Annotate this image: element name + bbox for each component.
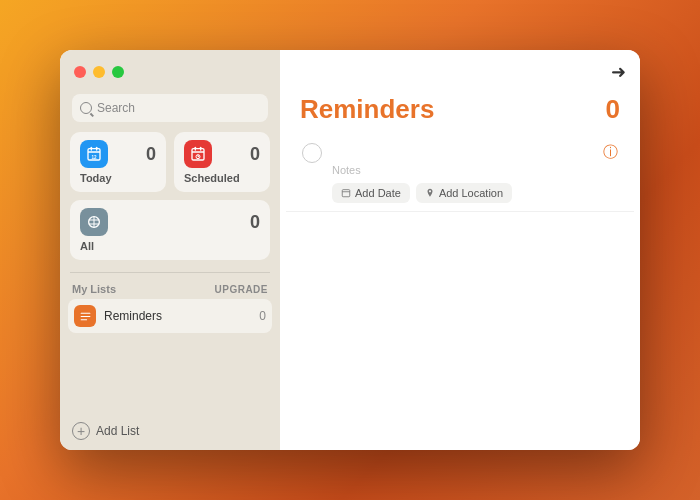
my-lists-header: My Lists UPGRADE — [60, 277, 280, 299]
all-label: All — [80, 238, 260, 252]
search-bar[interactable]: Search — [72, 94, 268, 122]
minimize-button[interactable] — [93, 66, 105, 78]
smart-list-today[interactable]: 12 0 Today — [70, 132, 166, 192]
search-icon — [80, 102, 92, 114]
list-item-reminders[interactable]: Reminders 0 — [68, 299, 272, 333]
add-list-circle-icon: + — [72, 422, 90, 440]
add-list-label: Add List — [96, 424, 139, 438]
cursor-icon: ➜ — [611, 61, 626, 83]
upgrade-label[interactable]: UPGRADE — [214, 284, 268, 295]
reminders-list-name: Reminders — [104, 309, 251, 323]
all-count: 0 — [250, 212, 260, 233]
location-small-icon — [425, 188, 435, 198]
add-date-label: Add Date — [355, 187, 401, 199]
scheduled-label: Scheduled — [184, 170, 260, 184]
today-icon: 12 — [80, 140, 108, 168]
main-header: Reminders 0 — [280, 94, 640, 141]
svg-rect-19 — [342, 190, 350, 197]
scheduled-count: 0 — [250, 144, 260, 165]
reminders-list-count: 0 — [259, 309, 266, 323]
reminders-list-icon — [74, 305, 96, 327]
search-placeholder: Search — [97, 101, 260, 115]
main-count: 0 — [606, 94, 620, 125]
add-location-label: Add Location — [439, 187, 503, 199]
main-titlebar: ➜ — [280, 50, 640, 94]
reminder-notes[interactable]: Notes — [332, 164, 593, 176]
main-title: Reminders — [300, 94, 434, 125]
sidebar-divider — [70, 272, 270, 273]
titlebar — [60, 50, 280, 94]
smart-list-all[interactable]: 0 All — [70, 200, 270, 260]
reminder-input[interactable] — [332, 141, 593, 161]
smart-lists: 12 0 Today — [60, 132, 280, 268]
list-items: Reminders 0 — [60, 299, 280, 412]
smart-list-scheduled[interactable]: 0 Scheduled — [174, 132, 270, 192]
reminder-item: Notes Add Date Add Location — [286, 141, 634, 212]
today-count: 0 — [146, 144, 156, 165]
add-location-button[interactable]: Add Location — [416, 183, 512, 203]
reminder-actions: Add Date Add Location — [332, 183, 593, 203]
scheduled-icon — [184, 140, 212, 168]
app-window: Search 12 0 Today — [60, 50, 640, 450]
all-icon — [80, 208, 108, 236]
sidebar: Search 12 0 Today — [60, 50, 280, 450]
svg-text:12: 12 — [91, 155, 97, 160]
add-list-footer[interactable]: + Add List — [60, 412, 280, 450]
info-icon[interactable]: ⓘ — [603, 143, 618, 162]
reminder-checkbox[interactable] — [302, 143, 322, 163]
main-content: ➜ Reminders 0 Notes Add Date — [280, 50, 640, 450]
close-button[interactable] — [74, 66, 86, 78]
calendar-small-icon — [341, 188, 351, 198]
my-lists-label: My Lists — [72, 283, 116, 295]
reminder-text-area: Notes Add Date Add Location — [332, 141, 593, 203]
add-date-button[interactable]: Add Date — [332, 183, 410, 203]
today-label: Today — [80, 170, 156, 184]
maximize-button[interactable] — [112, 66, 124, 78]
